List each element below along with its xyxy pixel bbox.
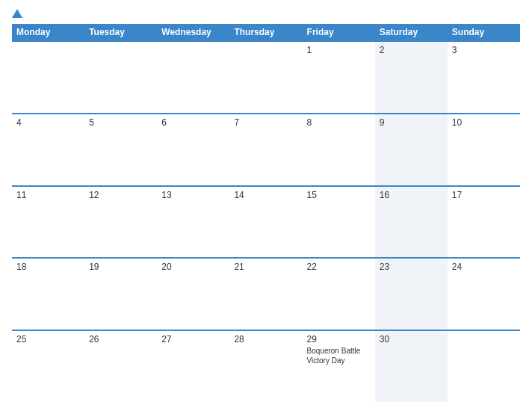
day-number: 12 — [89, 190, 152, 200]
day-cell: 8 — [303, 114, 375, 185]
day-number: 19 — [89, 262, 152, 272]
day-cell — [229, 42, 302, 113]
day-cell: 5 — [84, 114, 157, 185]
day-cell — [12, 42, 84, 113]
day-cell: 13 — [157, 187, 229, 258]
day-cell: 15 — [303, 187, 375, 258]
day-number: 24 — [452, 262, 516, 272]
day-header-wednesday: Wednesday — [157, 24, 229, 40]
day-number: 18 — [16, 262, 80, 272]
day-cell — [448, 331, 520, 402]
day-cell: 9 — [375, 114, 448, 185]
day-cell: 12 — [84, 187, 157, 258]
day-header-sunday: Sunday — [448, 24, 520, 40]
day-cell: 22 — [303, 259, 375, 330]
day-cell: 6 — [157, 114, 229, 185]
day-number: 5 — [89, 117, 152, 128]
day-cell: 29Boqueron Battle Victory Day — [303, 331, 375, 402]
day-number: 13 — [161, 190, 225, 200]
day-number: 16 — [380, 190, 443, 200]
day-number: 2 — [380, 45, 443, 55]
day-cell: 30 — [375, 331, 448, 402]
day-cell: 19 — [84, 259, 157, 330]
day-number: 14 — [234, 190, 297, 200]
day-number: 26 — [89, 334, 152, 344]
week-row-4: 18192021222324 — [12, 257, 520, 330]
day-cell: 11 — [12, 187, 84, 258]
day-number: 23 — [380, 262, 443, 272]
logo — [12, 9, 24, 18]
day-header-tuesday: Tuesday — [84, 24, 157, 40]
day-number: 28 — [234, 334, 297, 344]
logo-blue-text — [12, 9, 24, 18]
day-number: 9 — [380, 117, 443, 128]
day-number: 27 — [161, 334, 225, 344]
day-number: 10 — [452, 117, 516, 128]
day-cell: 17 — [448, 187, 520, 258]
week-row-2: 45678910 — [12, 113, 520, 185]
day-cell: 23 — [375, 259, 448, 330]
day-number: 4 — [16, 117, 80, 128]
day-cell — [157, 42, 229, 113]
week-row-3: 11121314151617 — [12, 185, 520, 258]
day-header-friday: Friday — [303, 24, 375, 40]
day-number: 22 — [307, 262, 371, 272]
event-label: Boqueron Battle Victory Day — [307, 346, 371, 365]
calendar: MondayTuesdayWednesdayThursdayFridaySatu… — [12, 24, 520, 402]
days-of-week-header: MondayTuesdayWednesdayThursdayFridaySatu… — [12, 24, 520, 40]
day-cell: 16 — [375, 187, 448, 258]
calendar-body: 1234567891011121314151617181920212223242… — [12, 40, 520, 402]
day-cell: 24 — [448, 259, 520, 330]
week-row-1: 123 — [12, 40, 520, 113]
day-number: 20 — [161, 262, 225, 272]
day-cell: 20 — [157, 259, 229, 330]
day-cell: 14 — [229, 187, 302, 258]
day-cell: 26 — [84, 331, 157, 402]
day-header-thursday: Thursday — [229, 24, 302, 40]
day-number: 21 — [234, 262, 297, 272]
day-cell: 3 — [448, 42, 520, 113]
day-cell: 25 — [12, 331, 84, 402]
day-cell: 1 — [303, 42, 375, 113]
day-number: 8 — [307, 117, 371, 128]
day-cell: 18 — [12, 259, 84, 330]
day-cell: 27 — [157, 331, 229, 402]
day-cell: 10 — [448, 114, 520, 185]
day-cell: 28 — [229, 331, 302, 402]
week-row-5: 2526272829Boqueron Battle Victory Day30 — [12, 330, 520, 402]
day-cell — [84, 42, 157, 113]
logo-triangle-icon — [12, 9, 22, 18]
day-number: 7 — [234, 117, 297, 128]
day-number: 25 — [16, 334, 80, 344]
day-number: 6 — [161, 117, 225, 128]
day-number: 3 — [452, 45, 516, 55]
day-cell: 7 — [229, 114, 302, 185]
day-cell: 4 — [12, 114, 84, 185]
day-number: 15 — [307, 190, 371, 200]
day-number: 11 — [16, 190, 80, 200]
day-number: 30 — [380, 334, 443, 344]
day-header-saturday: Saturday — [375, 24, 448, 40]
day-number: 17 — [452, 190, 516, 200]
day-number: 29 — [307, 334, 371, 344]
day-header-monday: Monday — [12, 24, 84, 40]
day-cell: 21 — [229, 259, 302, 330]
day-number: 1 — [307, 45, 371, 55]
day-cell: 2 — [375, 42, 448, 113]
calendar-header — [12, 9, 520, 18]
